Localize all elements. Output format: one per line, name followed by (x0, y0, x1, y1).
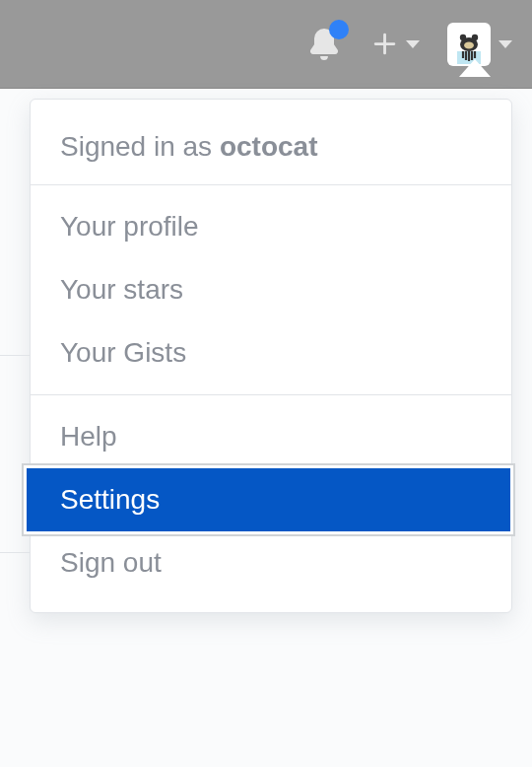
top-navbar (0, 0, 532, 89)
plus-icon (370, 30, 400, 59)
notifications-button[interactable] (305, 26, 343, 63)
signed-in-as-label: Signed in as octocat (31, 107, 511, 184)
svg-point-4 (464, 41, 474, 48)
dropdown-group-account: Help Settings Sign out (31, 395, 511, 604)
signed-in-prefix: Signed in as (60, 131, 220, 162)
menu-item-settings[interactable]: Settings (27, 468, 510, 531)
notification-indicator-dot (329, 20, 349, 39)
create-new-button[interactable] (370, 30, 420, 59)
caret-down-icon (499, 40, 512, 48)
menu-item-your-profile[interactable]: Your profile (31, 195, 511, 258)
menu-item-your-gists[interactable]: Your Gists (31, 321, 511, 384)
background-line (0, 355, 30, 356)
background-line (0, 552, 30, 553)
signed-in-username: octocat (220, 131, 318, 162)
dropdown-group-profile: Your profile Your stars Your Gists (31, 185, 511, 394)
menu-item-help[interactable]: Help (31, 405, 511, 468)
dropdown-pointer (459, 59, 491, 77)
menu-item-sign-out[interactable]: Sign out (31, 531, 511, 594)
user-dropdown-menu: Signed in as octocat Your profile Your s… (30, 99, 512, 613)
caret-down-icon (406, 40, 420, 48)
menu-item-your-stars[interactable]: Your stars (31, 258, 511, 321)
